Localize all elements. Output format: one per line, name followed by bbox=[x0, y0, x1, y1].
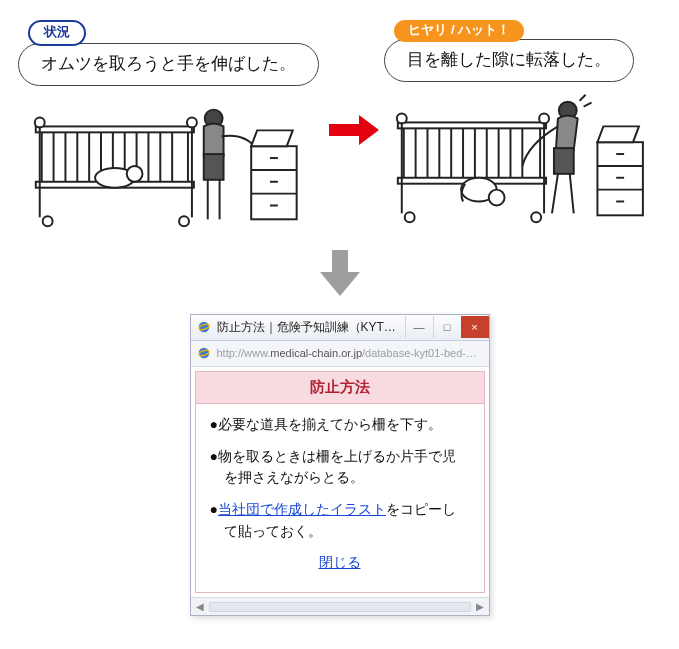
svg-rect-33 bbox=[398, 122, 546, 128]
top-row: 状況 オムツを取ろうと手を伸ばした。 bbox=[0, 0, 679, 232]
incident-bubble: 目を離した隙に転落した。 bbox=[384, 39, 634, 82]
maximize-button[interactable]: □ bbox=[433, 316, 461, 338]
svg-rect-24 bbox=[204, 154, 224, 180]
left-panel: 状況 オムツを取ろうと手を伸ばした。 bbox=[18, 20, 324, 232]
page-icon bbox=[197, 346, 211, 360]
close-link[interactable]: 閉じる bbox=[210, 552, 470, 574]
page-content: 防止方法 ●必要な道具を揃えてから柵を下す。 ●物を取るときは柵を上げるか片手で… bbox=[195, 371, 485, 593]
scroll-left-icon[interactable]: ◀ bbox=[193, 600, 207, 614]
arrow-down-icon bbox=[320, 250, 360, 296]
window-title: 防止方法｜危険予知訓練（KYT）- 転... bbox=[217, 319, 405, 336]
right-panel: ヒヤリ / ハット！ 目を離した隙に転落した。 bbox=[384, 20, 661, 228]
bullet-1: ●必要な道具を揃えてから柵を下す。 bbox=[210, 414, 470, 436]
scroll-right-icon[interactable]: ▶ bbox=[473, 600, 487, 614]
situation-tag: 状況 bbox=[28, 20, 86, 46]
svg-line-58 bbox=[570, 174, 574, 214]
ie-icon bbox=[197, 320, 211, 334]
svg-point-52 bbox=[532, 212, 542, 222]
horizontal-scrollbar[interactable]: ◀ ▶ bbox=[191, 597, 489, 615]
svg-rect-0 bbox=[36, 126, 194, 132]
svg-point-19 bbox=[43, 216, 53, 226]
browser-window: 防止方法｜危険予知訓練（KYT）- 転... — □ × http://www.… bbox=[190, 314, 490, 616]
url-path: /database-kyt01-bed-11boshi.htm bbox=[362, 347, 482, 359]
svg-point-5 bbox=[187, 117, 197, 127]
scroll-track[interactable] bbox=[209, 602, 471, 612]
close-button[interactable]: × bbox=[461, 316, 489, 338]
svg-line-57 bbox=[552, 174, 558, 214]
url-prefix: http://www. bbox=[217, 347, 271, 359]
svg-point-22 bbox=[127, 166, 143, 182]
bullet-3-marker: ● bbox=[210, 501, 218, 517]
arrow-right-icon bbox=[327, 115, 381, 145]
url-text: http://www.medical-chain.or.jp/database-… bbox=[217, 347, 483, 359]
bullet-2: ●物を取るときは柵を上げるか片手で児を押さえながらとる。 bbox=[210, 446, 470, 489]
svg-point-20 bbox=[179, 216, 189, 226]
url-host: medical-chain.or.jp bbox=[270, 347, 362, 359]
situation-illustration bbox=[18, 92, 324, 232]
minimize-button[interactable]: — bbox=[405, 316, 433, 338]
address-bar[interactable]: http://www.medical-chain.or.jp/database-… bbox=[191, 341, 489, 367]
arrow-right-cell bbox=[324, 20, 384, 180]
titlebar[interactable]: 防止方法｜危険予知訓練（KYT）- 転... — □ × bbox=[191, 315, 489, 341]
page-body: ●必要な道具を揃えてから柵を下す。 ●物を取るときは柵を上げるか片手で児を押さえ… bbox=[196, 404, 484, 592]
down-arrow bbox=[0, 250, 679, 296]
illustration-link[interactable]: 当社団で作成したイラスト bbox=[218, 501, 386, 517]
window-buttons: — □ × bbox=[405, 316, 489, 338]
bullet-3: ●当社団で作成したイラストをコピーして貼っておく。 bbox=[210, 499, 470, 542]
svg-rect-56 bbox=[554, 148, 574, 174]
svg-point-54 bbox=[489, 190, 505, 206]
situation-bubble: オムツを取ろうと手を伸ばした。 bbox=[18, 43, 319, 86]
incident-tag: ヒヤリ / ハット！ bbox=[394, 20, 524, 42]
svg-point-37 bbox=[397, 113, 407, 123]
svg-point-38 bbox=[539, 113, 549, 123]
svg-point-4 bbox=[35, 117, 45, 127]
incident-illustration bbox=[384, 88, 661, 228]
svg-point-51 bbox=[405, 212, 415, 222]
page-heading: 防止方法 bbox=[196, 372, 484, 404]
